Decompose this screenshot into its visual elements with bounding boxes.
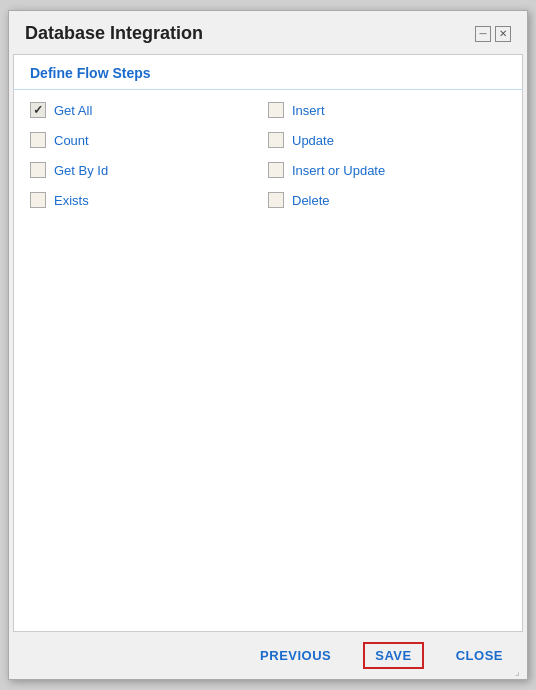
footer: PREVIOUS SAVE CLOSE	[9, 632, 527, 679]
checkboxes-area: ✓ Get All Count Get By Id Exists	[14, 90, 522, 631]
checkbox-update[interactable]	[268, 132, 284, 148]
label-update: Update	[292, 133, 334, 148]
checkbox-item-insert-or-update[interactable]: Insert or Update	[268, 162, 506, 178]
title-buttons: ─ ✕	[475, 26, 511, 42]
content-area: Define Flow Steps ✓ Get All Count	[13, 54, 523, 632]
checkmark-get-all: ✓	[33, 103, 43, 117]
checkbox-get-by-id[interactable]	[30, 162, 46, 178]
save-button[interactable]: SAVE	[363, 642, 423, 669]
checkbox-insert-or-update[interactable]	[268, 162, 284, 178]
close-button[interactable]: CLOSE	[448, 644, 511, 667]
label-exists: Exists	[54, 193, 89, 208]
checkbox-item-update[interactable]: Update	[268, 132, 506, 148]
label-get-all: Get All	[54, 103, 92, 118]
checkbox-item-get-by-id[interactable]: Get By Id	[30, 162, 268, 178]
label-get-by-id: Get By Id	[54, 163, 108, 178]
checkbox-get-all[interactable]: ✓	[30, 102, 46, 118]
section-header: Define Flow Steps	[14, 55, 522, 90]
label-delete: Delete	[292, 193, 330, 208]
label-insert-or-update: Insert or Update	[292, 163, 385, 178]
checkbox-item-count[interactable]: Count	[30, 132, 268, 148]
checkbox-delete[interactable]	[268, 192, 284, 208]
label-insert: Insert	[292, 103, 325, 118]
checkbox-item-exists[interactable]: Exists	[30, 192, 268, 208]
checkbox-item-delete[interactable]: Delete	[268, 192, 506, 208]
right-column: Insert Update Insert or Update Delete	[268, 102, 506, 619]
title-bar: Database Integration ─ ✕	[9, 11, 527, 54]
close-window-button[interactable]: ✕	[495, 26, 511, 42]
resize-handle[interactable]: ⌟	[515, 667, 525, 677]
minimize-button[interactable]: ─	[475, 26, 491, 42]
checkbox-item-get-all[interactable]: ✓ Get All	[30, 102, 268, 118]
database-integration-dialog: Database Integration ─ ✕ Define Flow Ste…	[8, 10, 528, 680]
checkbox-count[interactable]	[30, 132, 46, 148]
left-column: ✓ Get All Count Get By Id Exists	[30, 102, 268, 619]
checkbox-insert[interactable]	[268, 102, 284, 118]
previous-button[interactable]: PREVIOUS	[252, 644, 339, 667]
label-count: Count	[54, 133, 89, 148]
checkbox-item-insert[interactable]: Insert	[268, 102, 506, 118]
checkbox-exists[interactable]	[30, 192, 46, 208]
dialog-title: Database Integration	[25, 23, 203, 44]
